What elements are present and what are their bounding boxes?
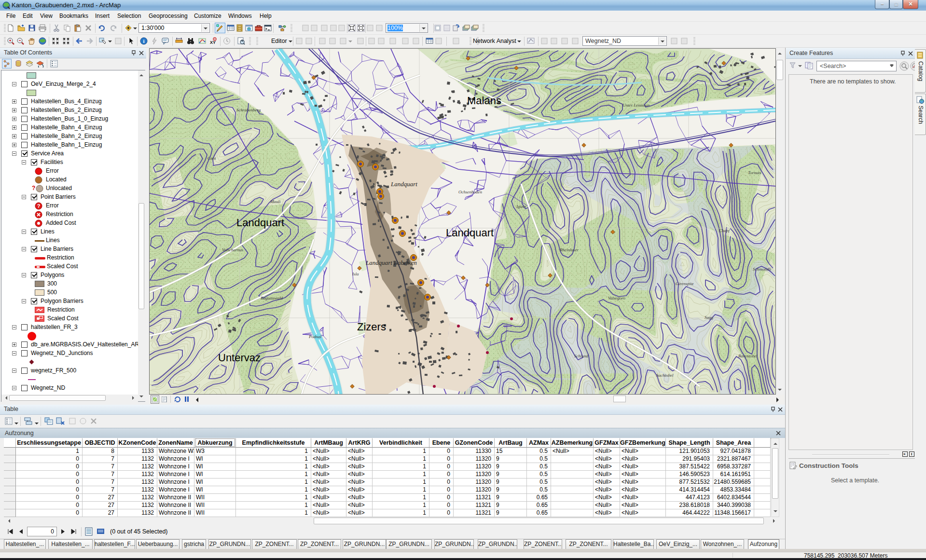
- svg-text:Schmondli: Schmondli: [753, 267, 771, 272]
- svg-text:Igizer: Igizer: [516, 204, 526, 209]
- svg-text:Raguttawald: Raguttawald: [260, 296, 283, 300]
- svg-text:Tornuts: Tornuts: [748, 170, 761, 175]
- svg-text:Untervaz: Untervaz: [218, 352, 261, 364]
- svg-text:Landquart: Landquart: [446, 227, 494, 239]
- svg-text:Valsegoro: Valsegoro: [608, 296, 625, 300]
- svg-text:Rheinluser: Rheinluser: [559, 247, 579, 252]
- svg-text:Sagg: Sagg: [705, 315, 714, 320]
- svg-text:Cant: Cant: [207, 156, 216, 161]
- svg-text:Ochsenboden: Ochsenboden: [458, 190, 482, 194]
- svg-text:i: i: [143, 38, 144, 44]
- svg-text:Landquart Fabriken: Landquart Fabriken: [365, 259, 417, 266]
- svg-text:Chapf: Chapf: [719, 228, 731, 233]
- svg-text:Barentobel: Barentobel: [738, 354, 758, 358]
- svg-text:Girenspitz: Girenspitz: [676, 281, 694, 286]
- svg-text:Landquart: Landquart: [236, 217, 284, 229]
- svg-text:Schrabenberg: Schrabenberg: [236, 108, 261, 112]
- svg-text:Malans: Malans: [467, 95, 501, 107]
- svg-text:?: ?: [37, 203, 41, 209]
- svg-text:Podnal: Podnal: [308, 334, 321, 339]
- svg-text:Unter Lenisaun: Unter Lenisaun: [622, 103, 650, 108]
- svg-text:Landquart: Landquart: [390, 180, 417, 188]
- svg-text:Valscharnus: Valscharnus: [222, 247, 244, 252]
- svg-text:Schlund: Schlund: [574, 354, 588, 358]
- svg-text:Isla: Isla: [352, 272, 359, 276]
- svg-text:Zizers: Zizers: [357, 321, 386, 333]
- svg-text:Mauli: Mauli: [270, 199, 281, 204]
- svg-text:Sachtobel: Sachtobel: [656, 373, 674, 378]
